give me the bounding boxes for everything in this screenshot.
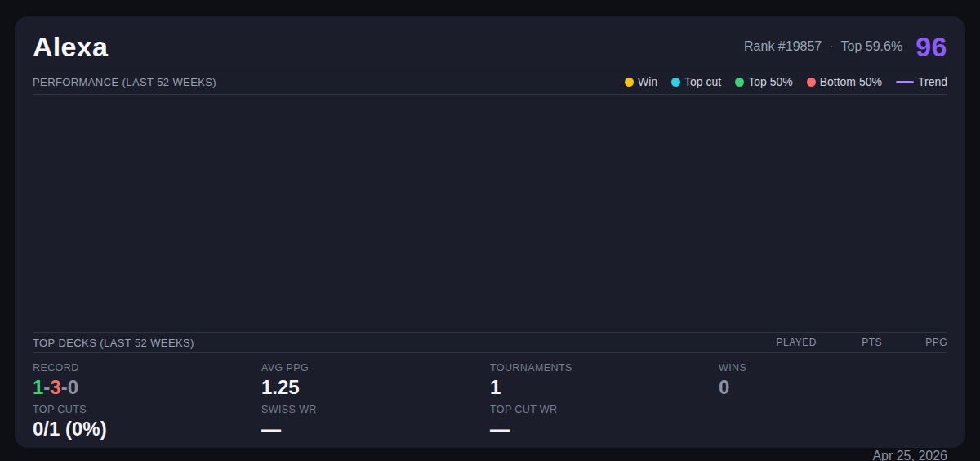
player-name: Alexa (33, 31, 108, 63)
stat-label: WINS (719, 362, 947, 374)
rank-separator: · (829, 39, 833, 54)
rank-text: Rank #19857 (744, 39, 822, 54)
header-right: Rank #19857 · Top 59.6% 96 (744, 31, 947, 63)
column-header-pts: PTS (817, 337, 882, 348)
legend-item-win: Win (625, 75, 657, 88)
legend-item-top-50: Top 50% (735, 75, 792, 88)
top-50-dot-icon (735, 78, 744, 87)
bottom-50-dot-icon (807, 78, 816, 87)
record-value: 1-3-0 (33, 376, 261, 399)
card-header: Alexa Rank #19857 · Top 59.6% 96 (33, 16, 947, 69)
record-separator: - (61, 376, 68, 398)
record-draws: 0 (68, 376, 78, 398)
stats-grid: RECORD 1-3-0 TOP CUTS 0/1 (0%) AVG PPG 1… (33, 353, 947, 461)
legend-label: Trend (918, 75, 947, 88)
record-losses: 3 (50, 376, 60, 398)
stat-label: SWISS WR (261, 404, 490, 415)
chart-legend: Win Top cut Top 50% Bottom 50% Trend (625, 75, 947, 88)
card-footer: Apr 25, 2026 cedhstats.org (719, 445, 947, 461)
top-cut-wr-value: — (490, 418, 719, 441)
stat-label: AVG PPG (261, 362, 490, 374)
record-wins: 1 (33, 376, 43, 398)
performance-header-row: PERFORMANCE (LAST 52 WEEKS) Win Top cut … (33, 69, 947, 95)
avg-ppg-value: 1.25 (261, 376, 490, 399)
stat-label: TOURNAMENTS (490, 362, 719, 374)
legend-item-top-cut: Top cut (671, 75, 721, 88)
top-decks-section-title: TOP DECKS (LAST 52 WEEKS) (33, 337, 194, 349)
legend-item-trend: Trend (896, 75, 947, 88)
top-cut-dot-icon (671, 78, 680, 87)
win-dot-icon (625, 78, 634, 87)
player-score: 96 (915, 31, 947, 63)
performance-section-title: PERFORMANCE (LAST 52 WEEKS) (33, 76, 216, 88)
tournaments-value: 1 (490, 376, 719, 399)
swiss-wr-value: — (261, 418, 490, 441)
stat-label: RECORD (33, 362, 261, 374)
player-stats-card: Alexa Rank #19857 · Top 59.6% 96 PERFORM… (15, 16, 965, 448)
date-text: Apr 25, 2026 (719, 449, 947, 461)
top-percent-text: Top 59.6% (841, 39, 903, 54)
column-header-ppg: PPG (882, 337, 947, 348)
stat-avg-ppg: AVG PPG 1.25 SWISS WR — (261, 360, 490, 445)
stat-wins: WINS 0 (719, 360, 947, 445)
top-decks-header-row: TOP DECKS (LAST 52 WEEKS) PLAYED PTS PPG (33, 332, 947, 353)
top-decks-columns: PLAYED PTS PPG (751, 337, 947, 348)
stat-record: RECORD 1-3-0 TOP CUTS 0/1 (0%) (33, 360, 261, 445)
trend-line-icon (896, 81, 914, 83)
legend-label: Top cut (684, 75, 721, 88)
rank-line: Rank #19857 · Top 59.6% (744, 39, 902, 54)
stat-tournaments: TOURNAMENTS 1 TOP CUT WR — (490, 360, 719, 445)
wins-value: 0 (719, 376, 947, 399)
stat-label: TOP CUT WR (490, 404, 719, 415)
top-cuts-value: 0/1 (0%) (33, 418, 261, 441)
column-header-played: PLAYED (751, 337, 817, 348)
legend-item-bottom-50: Bottom 50% (807, 75, 882, 88)
legend-label: Top 50% (748, 75, 792, 88)
legend-label: Bottom 50% (820, 75, 882, 88)
performance-chart (33, 95, 947, 332)
stat-label: TOP CUTS (33, 404, 261, 415)
legend-label: Win (638, 75, 657, 88)
